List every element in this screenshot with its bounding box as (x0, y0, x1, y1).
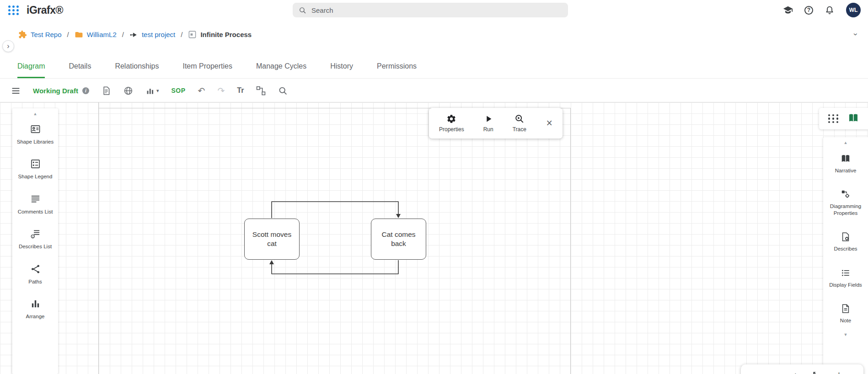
version-selector[interactable]: Working Draft i (33, 87, 89, 95)
close-icon: × (547, 117, 552, 129)
academy-button[interactable] (783, 5, 793, 15)
analysis-menu-button[interactable]: ▾ (145, 86, 159, 96)
help-icon: ? (804, 6, 813, 15)
sidebar-item-paths[interactable]: Paths (12, 257, 58, 292)
right-tool-panel: ▲ Narrative Diagramming Properties Descr… (823, 137, 868, 374)
document-view-button[interactable] (102, 86, 111, 96)
user-avatar[interactable]: WL (846, 3, 861, 17)
play-icon (483, 114, 493, 124)
tool-label: Shape Libraries (17, 139, 54, 145)
web-view-button[interactable] (123, 86, 133, 96)
tool-label: Comments List (18, 208, 53, 215)
more-vertical-icon: ⋮ (835, 371, 843, 374)
shape-node-scott[interactable]: Scott moves cat (244, 219, 300, 260)
run-button[interactable]: Run (483, 114, 493, 133)
apps-grid-icon (12, 9, 15, 11)
breadcrumb-expand-chevron-icon[interactable]: › (851, 33, 860, 36)
properties-gear-icon (446, 114, 456, 124)
grid-view-button[interactable] (828, 114, 839, 123)
comments-list-icon (30, 194, 41, 204)
connector-tool-button[interactable] (256, 86, 266, 96)
narrative-icon (841, 154, 851, 164)
right-view-switcher (819, 108, 868, 129)
sidebar-item-arrange[interactable]: Arrange (12, 292, 58, 326)
tool-label: Narrative (835, 167, 857, 174)
note-icon (841, 304, 851, 314)
menu-button[interactable] (11, 86, 21, 96)
sidebar-item-diagramming-properties[interactable]: Diagramming Properties (823, 182, 868, 224)
igrafx-logo: iGrafx® (27, 4, 63, 16)
tool-label: Describes List (19, 243, 52, 250)
page-boundary-left (98, 102, 99, 374)
apps-grid-icon (8, 5, 11, 8)
shape-legend-icon (30, 159, 41, 169)
tool-label: Note (840, 317, 851, 324)
tab-bar: Diagram Details Relationships Item Prope… (0, 56, 868, 79)
properties-label: Properties (439, 126, 464, 133)
chevron-right-icon: › (7, 42, 9, 50)
scroll-up-icon[interactable]: ▲ (33, 111, 38, 117)
breadcrumb-item-repo[interactable]: Test Repo (18, 30, 62, 39)
tab-item-properties[interactable]: Item Properties (182, 56, 232, 78)
app-launcher-button[interactable] (7, 5, 20, 16)
zoom-in-button[interactable]: + (793, 371, 798, 374)
expand-side-panel-button[interactable]: › (2, 40, 14, 52)
tab-relationships[interactable]: Relationships (115, 56, 159, 78)
repo-icon (18, 30, 27, 39)
tab-permissions[interactable]: Permissions (377, 56, 417, 78)
sidebar-item-display-fields[interactable]: Display Fields (823, 260, 868, 296)
zoom-search-button[interactable] (278, 86, 288, 96)
info-icon[interactable]: i (82, 87, 89, 94)
search-icon (299, 6, 306, 14)
shape-node-cat[interactable]: Cat comes back (371, 219, 426, 260)
tool-label: Describes (834, 246, 857, 252)
display-fields-icon (841, 268, 851, 278)
tab-history[interactable]: History (330, 56, 353, 78)
properties-button[interactable]: Properties (439, 114, 464, 133)
apps-grid-icon (8, 13, 11, 15)
graduation-cap-icon (783, 5, 793, 15)
global-search-bar[interactable] (293, 3, 568, 17)
sidebar-item-describes-list[interactable]: Describes List (12, 222, 58, 256)
version-label: Working Draft (33, 87, 78, 95)
search-input[interactable] (311, 6, 562, 14)
breadcrumb-item-folder[interactable]: WilliamL2 (75, 30, 117, 39)
fit-screen-button[interactable] (812, 371, 821, 374)
sidebar-item-shape-libraries[interactable]: Shape Libraries (12, 117, 58, 152)
undo-button[interactable]: ↶ (198, 85, 205, 96)
redo-button[interactable]: ↷ (217, 85, 225, 96)
scroll-down-icon[interactable]: ▼ (844, 331, 848, 338)
breadcrumb-item-project[interactable]: test project (129, 30, 175, 39)
tab-details[interactable]: Details (69, 56, 91, 78)
sidebar-item-comments-list[interactable]: Comments List (12, 187, 58, 222)
tool-label: Shape Legend (18, 173, 53, 180)
zoom-more-button[interactable]: ⋮ (835, 371, 843, 374)
trace-button[interactable]: Trace (513, 114, 526, 133)
close-toolbar-button[interactable]: × (547, 118, 552, 128)
tool-label: Paths (28, 278, 42, 285)
tab-manage-cycles[interactable]: Manage Cycles (256, 56, 306, 78)
diagram-item-icon (188, 30, 197, 39)
zoom-control: 100% + ⋮ (741, 364, 863, 374)
apps-grid-icon (16, 9, 19, 11)
scroll-up-icon[interactable]: ▲ (844, 139, 848, 146)
topbar-actions: ? WL (783, 3, 861, 17)
notifications-button[interactable] (825, 5, 835, 15)
sidebar-item-describes[interactable]: Describes (823, 224, 868, 260)
tab-diagram[interactable]: Diagram (17, 56, 45, 78)
sidebar-item-shape-legend[interactable]: Shape Legend (12, 152, 58, 187)
apps-grid-icon (16, 5, 19, 8)
text-format-button[interactable]: Tr (237, 86, 244, 95)
reader-view-button[interactable] (848, 112, 859, 125)
diagram-canvas[interactable] (0, 102, 868, 374)
sidebar-item-note[interactable]: Note (823, 296, 868, 331)
sidebar-item-narrative[interactable]: Narrative (823, 146, 868, 182)
help-button[interactable]: ? (804, 6, 813, 15)
canvas-area: Scott moves cat Cat comes back (0, 102, 868, 374)
run-label: Run (483, 126, 493, 133)
sop-button[interactable]: SOP (171, 87, 185, 94)
breadcrumb-label: WilliamL2 (87, 31, 117, 38)
trace-icon (514, 114, 525, 124)
breadcrumb-item-current: Infinite Process (188, 30, 252, 39)
shape-libraries-icon (30, 124, 41, 134)
